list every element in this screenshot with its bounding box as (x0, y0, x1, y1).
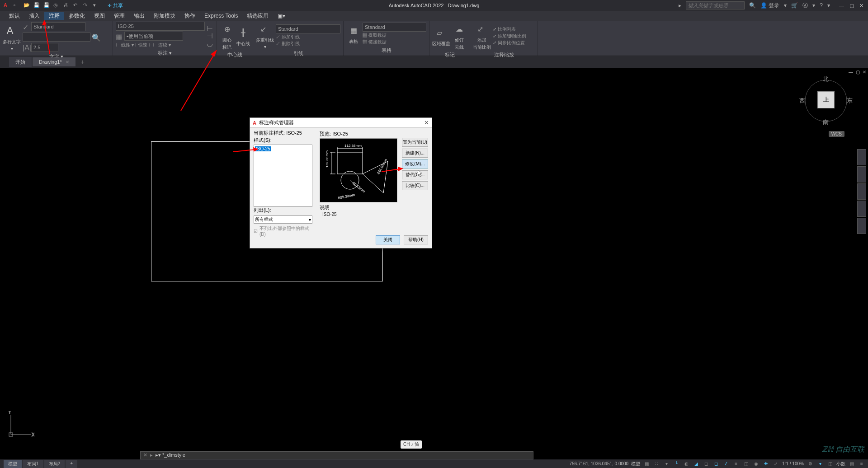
extract-data-button[interactable]: ▦ 提取数据 (363, 32, 426, 38)
minimize-icon[interactable]: — (849, 70, 853, 75)
viewcube-east[interactable]: 东 (847, 97, 853, 105)
link-data-button[interactable]: ▦ 链接数据 (363, 39, 426, 45)
snap-icon[interactable]: ∷ (653, 461, 660, 467)
close-icon[interactable]: ✕ (863, 70, 866, 75)
close-icon[interactable]: ✕ (66, 60, 69, 65)
styles-listbox[interactable]: ISO-25 (254, 145, 312, 207)
customize-icon[interactable]: ≡ (858, 461, 865, 467)
viewcube-west[interactable]: 西 (799, 97, 805, 105)
plot-icon[interactable]: 🖨 (63, 2, 70, 9)
table-icon[interactable]: ▦ (346, 23, 361, 37)
list-filter-dropdown[interactable]: 所有样式▾ (254, 215, 312, 224)
tab-layout2[interactable]: 布局2 (44, 460, 65, 468)
mtext-icon[interactable]: A (3, 23, 17, 38)
nav-pan-icon[interactable] (857, 166, 866, 183)
panel-table-title[interactable]: 表格 (346, 46, 426, 55)
syncscale-button[interactable]: ⤢ 同步比例位置 (493, 40, 526, 46)
menu-collaborate[interactable]: 协作 (180, 12, 200, 20)
nav-showmotion-icon[interactable] (857, 218, 866, 234)
dim-icon[interactable]: ◡ (207, 39, 214, 47)
info-icon[interactable]: ▸ (679, 2, 681, 9)
command-input[interactable]: ✕ ▸ ▸▾ *_dimstyle (140, 451, 533, 459)
dim-style-dropdown[interactable]: ISO-25 (116, 22, 205, 31)
close-icon[interactable]: ✕ (859, 3, 863, 9)
nav-orbit-icon[interactable] (857, 201, 866, 217)
compare-button[interactable]: 比较(C)... (402, 181, 428, 190)
gear-icon[interactable]: ⚙ (807, 461, 814, 467)
find-input[interactable] (23, 33, 90, 42)
viewcube[interactable]: 北 南 东 西 上 (801, 76, 851, 126)
set-current-button[interactable]: 置为当前(U) (402, 138, 428, 147)
workspace-icon[interactable]: ▾ (816, 461, 824, 467)
close-icon[interactable]: ✕ (143, 452, 147, 458)
new-icon[interactable]: ▫ (14, 2, 20, 9)
drawing-canvas[interactable]: — ▢ ✕ 北 南 东 西 上 WCS YX (0, 68, 868, 451)
menu-featured[interactable]: 精选应用 (242, 12, 273, 20)
tab-drawing[interactable]: Drawing1*✕ (33, 57, 75, 66)
share-button[interactable]: ✈ 共享 (108, 2, 123, 9)
menu-addins[interactable]: 附加模块 (149, 12, 180, 20)
chevron-down-icon[interactable]: ▾ (784, 2, 787, 9)
layer-icon[interactable]: ▦ (116, 33, 123, 40)
addscale-icon[interactable]: ⤢ (473, 22, 487, 36)
scale-display[interactable]: 1:1 / 100% (782, 461, 804, 466)
saveas-icon[interactable]: 💾 (43, 2, 50, 9)
xref-checkbox[interactable]: ☑不列出外部参照中的样式(D) (254, 225, 315, 237)
menu-manage[interactable]: 管理 (109, 12, 129, 20)
centermark-icon[interactable]: ⊕ (220, 22, 234, 36)
scalelist-button[interactable]: ⤢ 比例列表 (493, 26, 526, 33)
chevron-down-icon[interactable]: ▾ (812, 2, 815, 9)
ime-indicator[interactable]: CH ♪ 简 (401, 440, 422, 449)
polar-icon[interactable]: ◐ (683, 461, 690, 467)
new-button[interactable]: 新建(N)... (402, 149, 428, 158)
maximize-icon[interactable]: ▢ (849, 3, 854, 9)
otrack-icon[interactable]: ∠ (722, 461, 730, 467)
add-leader-button[interactable]: ↙ 添加引线 (276, 34, 340, 40)
mtext-chevron-icon[interactable]: ▾ (3, 46, 21, 51)
undo-icon[interactable]: ↶ (73, 2, 80, 9)
table-style-dropdown[interactable]: Standard (363, 23, 426, 32)
grid-icon[interactable]: ▦ (643, 461, 650, 467)
units-display[interactable]: 小数 (836, 461, 845, 467)
dim-icon[interactable]: ⊣ (207, 32, 214, 39)
menu-dropdown-icon[interactable]: ▾ (93, 2, 99, 9)
dim-continue-button[interactable]: ⊢⊢ 连续 ▾ (149, 42, 171, 48)
dim-linear-button[interactable]: ⊢ 线性 ▾ (116, 42, 134, 48)
search-icon[interactable]: 🔍 (749, 2, 756, 9)
quickprops-icon[interactable]: ▤ (848, 461, 855, 467)
leader-style-dropdown[interactable]: Standard (276, 24, 340, 33)
menu-insert[interactable]: 插入 (24, 12, 44, 20)
centerline-icon[interactable]: ╂ (236, 25, 250, 40)
nav-zoom-icon[interactable] (857, 183, 866, 200)
isodraft-icon[interactable]: ◢ (693, 461, 700, 467)
menu-more-icon[interactable]: ▣▾ (273, 13, 290, 19)
remove-leader-button[interactable]: ↙ 删除引线 (276, 41, 340, 47)
dim-quick-button[interactable]: ⊦ 快速 (135, 42, 148, 48)
search-input[interactable] (686, 1, 745, 9)
infer-icon[interactable]: ▾ (663, 461, 670, 467)
panel-dim-title[interactable]: 标注 ▾ (116, 49, 214, 57)
units-icon[interactable]: ◫ (826, 461, 834, 467)
menu-output[interactable]: 输出 (129, 12, 149, 20)
text-height-input[interactable]: 2.5 (31, 43, 58, 52)
help-button[interactable]: 帮助(H) (404, 235, 428, 244)
abc-icon[interactable]: ✓ (23, 23, 30, 30)
mleader-icon[interactable]: ↙ (256, 22, 270, 36)
dim-icon[interactable]: ⊢ (207, 24, 214, 31)
close-icon[interactable]: ✕ (424, 119, 429, 126)
nav-wheel-icon[interactable] (857, 149, 866, 165)
viewcube-top[interactable]: 上 (817, 91, 835, 108)
menu-annotate[interactable]: 注释 (44, 12, 64, 20)
user-icon[interactable]: 👤 登录 (760, 2, 779, 9)
save-icon[interactable]: 💾 (33, 2, 40, 9)
list-item[interactable]: ISO-25 (255, 146, 271, 151)
web-icon[interactable]: ◷ (53, 2, 60, 9)
modify-button[interactable]: 修改(M)... (402, 159, 428, 168)
open-icon[interactable]: 📂 (24, 2, 30, 9)
annoscale-icon[interactable]: ⤢ (772, 461, 779, 467)
revcloud-icon[interactable]: ☁ (452, 22, 467, 36)
annomonitor-icon[interactable]: ✚ (762, 461, 769, 467)
lineweight-icon[interactable]: ≡ (732, 461, 740, 467)
3dosnap-icon[interactable]: ◻ (712, 461, 720, 467)
find-icon[interactable]: 🔍 (92, 33, 99, 41)
